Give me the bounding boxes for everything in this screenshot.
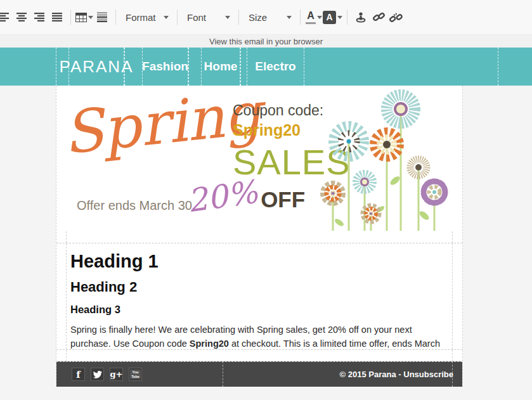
coupon-code-inline: Spring20 [190,339,229,349]
table-cell-border [498,48,498,86]
text-color-icon[interactable]: A [305,6,323,28]
table-cell-border [452,243,453,349]
table-cell-border [223,361,223,387]
anchor-icon[interactable] [352,6,370,28]
social-icons-row: f g+ You Tube [72,368,142,381]
background-color-icon[interactable]: A [323,6,342,28]
twitter-icon[interactable] [91,368,104,381]
view-in-browser-link[interactable]: View this email in your browser [209,37,323,46]
align-left-icon[interactable] [0,6,13,28]
nav-item-electro[interactable]: Electro [247,48,304,86]
preheader-bar: View this email in your browser [0,35,532,48]
unlink-icon[interactable] [387,6,405,28]
heading-1: Heading 1 [70,251,444,272]
chevron-down-icon [164,16,169,19]
table-cell-border [452,231,453,243]
flowers-illustration [314,86,460,231]
size-dropdown-label: Size [249,12,267,23]
table-cell-border [66,350,67,361]
font-dropdown[interactable]: Font [182,8,234,27]
size-dropdown[interactable]: Size [243,8,295,27]
table-cell-border [452,350,453,361]
chevron-down-icon [337,16,342,19]
flower-rosette [323,183,343,203]
heading-2: Heading 2 [70,279,444,295]
table-cell-border [452,361,453,387]
align-right-icon[interactable] [30,6,48,28]
youtube-icon[interactable]: You Tube [129,368,142,381]
discount-percent-text: 20% [185,174,260,220]
brand-logo[interactable]: PARANA [68,48,124,86]
body-paragraph: Spring is finally here! We are celebrati… [70,323,455,350]
chevron-down-icon [225,16,230,19]
facebook-icon[interactable]: f [72,368,85,381]
chevron-down-icon [317,16,322,19]
copyright-text: © 2015 Parana - Unsubscribe [340,370,453,379]
google-plus-icon[interactable]: g+ [110,368,123,381]
table-icon[interactable] [75,6,93,28]
table-cell-border [66,243,67,349]
email-document: Spring Coupon code: Spring20 SALES 20% O… [56,86,463,387]
nav-spacer-cell [124,48,142,86]
nav-spacer-cell [240,48,247,86]
heading-3: Heading 3 [70,304,444,316]
email-content-editable[interactable]: Heading 1 Heading 2 Heading 3 Spring is … [56,243,462,350]
email-navbar: PARANA Fashion Home Electro [0,48,532,86]
spring-sales-banner-image[interactable]: Spring Coupon code: Spring20 SALES 20% O… [56,86,462,231]
toolbar-separator [347,10,347,25]
table-border-row [56,350,462,361]
flower-purple-scallop [424,181,445,203]
editor-toolbar: Format Font Size A A [0,0,532,35]
table-dropdown-caret [88,16,93,19]
line-height-icon[interactable] [93,6,111,28]
table-border-row [56,231,462,243]
link-icon[interactable] [370,6,387,28]
toolbar-separator [70,10,71,25]
toolbar-separator [238,10,239,25]
email-footer: f g+ You Tube © 2015 Parana - Unsubscrib… [56,361,462,387]
align-justify-icon[interactable] [48,6,66,28]
offer-ends-text: Offer ends March 30 [77,198,192,213]
align-center-icon[interactable] [13,6,30,28]
chevron-down-icon [287,16,292,19]
table-cell-border [66,231,67,243]
nav-item-home[interactable]: Home [201,48,240,86]
flower-orange-cream [374,132,399,157]
format-dropdown[interactable]: Format [120,8,172,27]
format-dropdown-label: Format [126,12,156,23]
toolbar-separator [115,10,116,25]
font-dropdown-label: Font [187,12,206,23]
banner-discount: 20% OFF [187,178,305,215]
nav-item-fashion[interactable]: Fashion [142,48,188,86]
discount-off-text: OFF [261,187,305,212]
flower-teal-daisy-small [356,174,373,190]
toolbar-separator [177,10,178,25]
toolbar-separator [300,10,301,25]
nav-spacer-cell [188,48,201,86]
